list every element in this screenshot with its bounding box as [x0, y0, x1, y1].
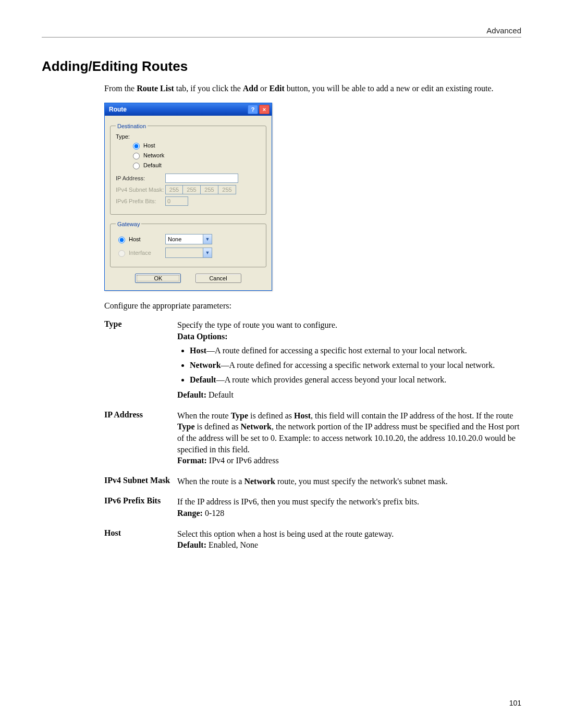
type-default-radio[interactable]: Default [130, 161, 261, 169]
configure-line: Configure the appropriate parameters: [104, 300, 521, 312]
mask-octet-2 [183, 185, 201, 194]
param-name-prefix: IPv6 Prefix Bits [104, 496, 177, 519]
param-name-ip: IP Address [104, 410, 177, 466]
type-network-input[interactable] [133, 153, 140, 159]
route-dialog-screenshot: Route ? × Destination Type: Host [104, 103, 521, 291]
gateway-legend: Gateway [116, 221, 141, 227]
gateway-interface-radio: Interface [116, 249, 165, 257]
gateway-interface-input [118, 250, 125, 257]
route-dialog: Route ? × Destination Type: Host [104, 103, 272, 291]
close-button[interactable]: × [259, 105, 270, 114]
type-host-radio[interactable]: Host [130, 141, 261, 150]
type-host-input[interactable] [133, 143, 140, 150]
ip-address-label: IP Address: [116, 175, 165, 181]
gateway-interface-dropdown: ▼ [165, 248, 212, 258]
page-title: Adding/Editing Routes [42, 58, 521, 75]
cancel-button[interactable]: Cancel [195, 274, 241, 283]
param-name-host: Host [104, 528, 177, 551]
destination-legend: Destination [116, 123, 148, 129]
dialog-title: Route [109, 106, 247, 113]
mask-octet-3 [201, 185, 218, 194]
mask-octet-4 [218, 185, 236, 194]
param-desc-ip: When the route Type is defined as Host, … [177, 410, 521, 466]
param-row-mask: IPv4 Subnet Mask When the route is a Net… [104, 476, 521, 487]
mask-octet-1 [165, 185, 183, 194]
type-network-radio[interactable]: Network [130, 151, 261, 159]
header-rule [42, 37, 521, 38]
type-label: Type: [116, 133, 261, 140]
help-button[interactable]: ? [248, 105, 258, 114]
param-desc-prefix: If the IP address is IPv6, then you must… [177, 496, 521, 519]
page-number: 101 [509, 699, 521, 707]
intro-paragraph: From the Route List tab, if you click th… [104, 83, 521, 94]
chevron-down-icon[interactable]: ▼ [203, 235, 212, 244]
destination-fieldset: Destination Type: Host Network [110, 123, 266, 215]
param-desc-host: Select this option when a host is being … [177, 528, 521, 551]
gateway-host-input[interactable] [118, 237, 125, 243]
param-name-type: Type [104, 319, 177, 401]
chevron-down-icon: ▼ [203, 248, 212, 257]
param-row-prefix: IPv6 Prefix Bits If the IP address is IP… [104, 496, 521, 519]
param-name-mask: IPv4 Subnet Mask [104, 476, 177, 487]
dialog-titlebar: Route ? × [105, 103, 272, 116]
param-desc-type: Specify the type of route you want to co… [177, 319, 521, 401]
ip-address-input[interactable] [165, 174, 238, 183]
param-row-type: Type Specify the type of route you want … [104, 319, 521, 401]
gateway-fieldset: Gateway Host None ▼ [110, 221, 266, 267]
gateway-host-radio[interactable]: Host [116, 235, 165, 243]
prefix-bits-label: IPv6 Prefix Bits: [116, 198, 165, 204]
ok-button[interactable]: OK [135, 274, 181, 283]
param-row-host: Host Select this option when a host is b… [104, 528, 521, 551]
prefix-bits-input [165, 196, 188, 206]
param-desc-mask: When the route is a Network route, you m… [177, 476, 521, 487]
param-row-ip: IP Address When the route Type is define… [104, 410, 521, 466]
type-default-input[interactable] [133, 163, 140, 169]
gateway-host-dropdown[interactable]: None ▼ [165, 234, 212, 244]
subnet-mask-input [165, 185, 236, 194]
header-section: Advanced [42, 26, 521, 35]
subnet-mask-label: IPv4 Subnet Mask: [116, 187, 165, 193]
